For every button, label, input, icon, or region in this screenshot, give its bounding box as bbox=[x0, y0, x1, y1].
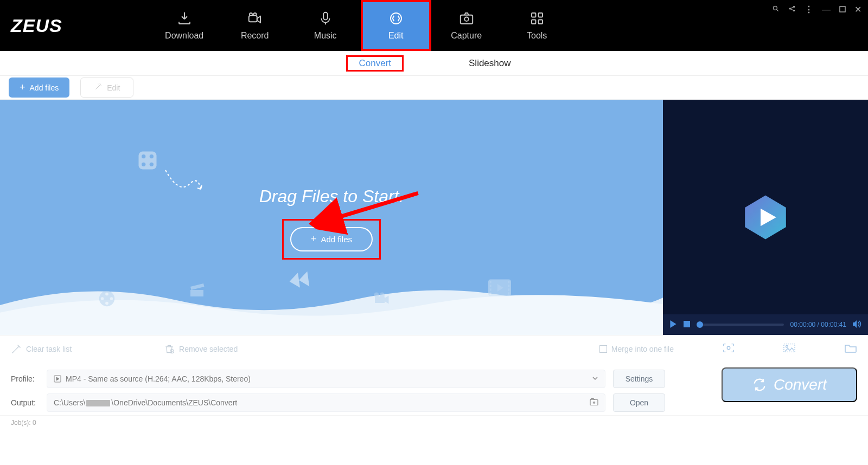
seek-thumb[interactable] bbox=[697, 321, 703, 328]
add-files-button[interactable]: + Add files bbox=[9, 78, 69, 98]
svg-rect-33 bbox=[490, 288, 492, 290]
checkbox-icon[interactable] bbox=[599, 345, 607, 353]
jobs-count: Job(s): 0 bbox=[11, 419, 36, 427]
rewind-icon bbox=[288, 272, 310, 289]
output-value: C:\Users\\OneDrive\Documents\ZEUS\Conver… bbox=[54, 398, 237, 407]
wand-icon bbox=[94, 82, 103, 93]
output-label: Output: bbox=[11, 398, 39, 407]
svg-point-20 bbox=[150, 163, 154, 166]
add-files-label: Add files bbox=[30, 83, 59, 92]
open-button[interactable]: Open bbox=[613, 393, 665, 412]
preview-panel: 00:00:00 / 00:00:41 bbox=[663, 100, 868, 335]
settings-button[interactable]: Settings bbox=[613, 370, 665, 388]
convert-button[interactable]: Convert bbox=[722, 367, 857, 402]
menu-icon[interactable]: ⋮ bbox=[805, 4, 813, 15]
search-icon[interactable] bbox=[772, 5, 780, 15]
broom-icon bbox=[11, 344, 22, 354]
main-nav: Download Record Music Edit Capture Tools bbox=[149, 0, 572, 51]
profile-value: MP4 - Same as source (H.264; AAC, 128Kbp… bbox=[66, 374, 251, 383]
volume-button[interactable] bbox=[853, 320, 861, 330]
svg-point-28 bbox=[374, 293, 379, 298]
preview-controls: 00:00:00 / 00:00:41 bbox=[663, 314, 868, 335]
maximize-button[interactable] bbox=[839, 5, 846, 15]
nav-music[interactable]: Music bbox=[290, 0, 361, 51]
svg-point-12 bbox=[789, 8, 790, 9]
svg-rect-9 bbox=[532, 20, 536, 24]
nav-download-label: Download bbox=[165, 31, 203, 41]
redacted-username bbox=[86, 400, 110, 406]
merge-checkbox-wrap[interactable]: Merge into one file bbox=[599, 345, 674, 353]
save-location-icon[interactable] bbox=[590, 398, 598, 408]
edit-icon bbox=[388, 10, 404, 27]
subtab-convert[interactable]: Convert bbox=[346, 55, 404, 72]
svg-rect-31 bbox=[490, 281, 492, 283]
svg-point-23 bbox=[105, 293, 108, 296]
plus-icon: + bbox=[20, 82, 25, 93]
trash-icon bbox=[164, 344, 175, 354]
svg-point-13 bbox=[793, 6, 794, 7]
nav-edit-label: Edit bbox=[388, 31, 404, 41]
minimize-button[interactable]: — bbox=[822, 5, 831, 15]
nav-download[interactable]: Download bbox=[149, 0, 220, 51]
remove-selected[interactable]: Remove selected bbox=[164, 344, 238, 354]
svg-rect-38 bbox=[508, 292, 509, 294]
image-icon[interactable] bbox=[783, 343, 795, 354]
play-button[interactable] bbox=[669, 320, 677, 330]
svg-point-29 bbox=[380, 293, 385, 298]
subtab-slideshow[interactable]: Slideshow bbox=[458, 56, 522, 71]
svg-rect-7 bbox=[532, 13, 536, 17]
status-bar: Job(s): 0 bbox=[0, 415, 868, 429]
nav-capture-label: Capture bbox=[451, 31, 482, 41]
svg-rect-10 bbox=[538, 20, 542, 24]
svg-rect-35 bbox=[508, 281, 509, 283]
close-button[interactable]: ✕ bbox=[854, 4, 861, 15]
record-icon bbox=[247, 10, 263, 27]
stop-button[interactable] bbox=[684, 321, 690, 329]
edit-button[interactable]: Edit bbox=[80, 78, 133, 98]
music-icon bbox=[317, 10, 334, 27]
file-toolbar: + Add files Edit bbox=[0, 76, 868, 100]
merge-label: Merge into one file bbox=[611, 345, 674, 353]
clear-label: Clear task list bbox=[26, 345, 72, 353]
seek-slider[interactable] bbox=[697, 324, 784, 326]
svg-point-25 bbox=[105, 302, 108, 305]
output-path-field[interactable]: C:\Users\\OneDrive\Documents\ZEUS\Conver… bbox=[47, 393, 605, 412]
svg-rect-36 bbox=[508, 285, 509, 287]
svg-rect-3 bbox=[323, 12, 328, 20]
convert-icon bbox=[752, 377, 767, 392]
dropzone[interactable]: Drag Files to Start. + Add files bbox=[0, 100, 663, 335]
nav-tools[interactable]: Tools bbox=[502, 0, 572, 51]
svg-point-2 bbox=[253, 13, 256, 16]
util-icons bbox=[723, 343, 857, 355]
profile-select[interactable]: MP4 - Same as source (H.264; AAC, 128Kbp… bbox=[47, 370, 605, 388]
share-icon[interactable] bbox=[788, 5, 796, 15]
camera-icon bbox=[372, 288, 391, 308]
convert-label: Convert bbox=[774, 376, 827, 393]
nav-capture[interactable]: Capture bbox=[431, 0, 502, 51]
chevron-down-icon bbox=[592, 374, 598, 383]
download-icon bbox=[176, 10, 193, 27]
svg-point-1 bbox=[250, 13, 252, 16]
nav-edit[interactable]: Edit bbox=[361, 0, 431, 51]
svg-point-18 bbox=[150, 154, 154, 158]
svg-rect-34 bbox=[490, 292, 492, 294]
film-reel-icon bbox=[136, 148, 159, 175]
svg-rect-32 bbox=[490, 285, 492, 287]
svg-rect-8 bbox=[538, 13, 542, 17]
snapshot-icon[interactable] bbox=[723, 343, 735, 355]
nav-music-label: Music bbox=[314, 31, 337, 41]
tools-icon bbox=[529, 10, 545, 27]
profile-label: Profile: bbox=[11, 374, 39, 383]
svg-point-41 bbox=[727, 346, 730, 350]
svg-point-11 bbox=[773, 6, 777, 10]
deco-icons bbox=[0, 281, 663, 313]
plus-icon: + bbox=[311, 234, 317, 245]
svg-rect-5 bbox=[460, 15, 473, 24]
folder-icon[interactable] bbox=[844, 343, 857, 354]
nav-record[interactable]: Record bbox=[220, 0, 290, 51]
titlebar: ZEUS Download Record Music Edit Capture … bbox=[0, 0, 868, 51]
app-logo: ZEUS bbox=[11, 15, 62, 36]
clear-task-list[interactable]: Clear task list bbox=[11, 344, 72, 354]
edit-label: Edit bbox=[107, 83, 120, 92]
video-format-icon bbox=[54, 375, 61, 383]
